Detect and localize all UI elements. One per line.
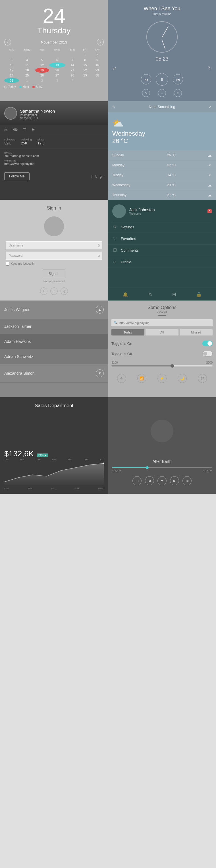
username-input[interactable]: [6, 241, 102, 249]
music2-next-button[interactable]: ⏭: [182, 476, 191, 485]
table-cell[interactable]: [4, 52, 19, 57]
music2-play-button[interactable]: ▶: [170, 476, 179, 485]
options-viewall[interactable]: View All: [112, 310, 212, 314]
grid-icon[interactable]: ⊞: [172, 292, 176, 297]
cal-prev-button[interactable]: ‹: [4, 39, 11, 45]
cal-next-button[interactable]: ›: [97, 39, 104, 45]
bell-icon[interactable]: 🔔: [123, 292, 128, 297]
follow-button[interactable]: Follow Me: [4, 172, 30, 180]
table-cell[interactable]: 11: [19, 63, 35, 68]
music-heart-icon[interactable]: ♡: [158, 89, 166, 97]
table-cell[interactable]: 5: [35, 57, 49, 63]
table-cell[interactable]: 27: [49, 73, 65, 78]
list-down-button[interactable]: ▼: [96, 369, 104, 377]
table-cell[interactable]: 16: [91, 63, 104, 68]
prev-button[interactable]: ⏮: [141, 74, 151, 85]
table-cell[interactable]: 17: [4, 68, 19, 73]
list-item-0[interactable]: Jesus Wagner ▲: [0, 301, 108, 319]
wifi-icon-button[interactable]: 📶: [137, 374, 146, 383]
messages-icon[interactable]: ❐: [23, 128, 26, 132]
table-cell[interactable]: 7: [65, 57, 80, 63]
options-search-input[interactable]: [119, 321, 210, 325]
gplus-signin-button[interactable]: g: [61, 287, 68, 295]
music2-track-bar[interactable]: [112, 467, 212, 468]
airplane-icon-button[interactable]: ✈: [117, 374, 126, 383]
table-cell[interactable]: 12: [35, 63, 49, 68]
table-cell[interactable]: 20: [49, 68, 65, 73]
table-cell[interactable]: 26: [35, 73, 49, 78]
next-button[interactable]: ⏭: [173, 74, 183, 85]
facebook-icon[interactable]: f: [91, 174, 92, 179]
list-item-1[interactable]: Jackson Turner: [0, 319, 108, 334]
flag-icon[interactable]: ⚑: [32, 128, 35, 132]
table-cell[interactable]: 4: [65, 78, 80, 83]
toggle-on-switch[interactable]: [203, 341, 213, 346]
table-cell[interactable]: 1: [19, 78, 35, 83]
music2-back-button[interactable]: ◀: [145, 476, 154, 485]
tab-all[interactable]: All: [146, 329, 179, 336]
shuffle-icon[interactable]: ⇄: [112, 65, 116, 71]
signin-button[interactable]: Sign In: [43, 270, 65, 278]
table-cell[interactable]: 13: [49, 63, 65, 68]
table-cell[interactable]: 31: [4, 78, 19, 83]
tab-today[interactable]: Today: [112, 329, 144, 336]
music-share-icon[interactable]: ≡: [174, 89, 182, 97]
notification-badge[interactable]: 5: [208, 209, 212, 213]
list-item-3[interactable]: Adrian Schwartz: [0, 349, 108, 364]
table-cell[interactable]: [65, 52, 80, 57]
moon-icon-button[interactable]: 🌙: [178, 374, 187, 383]
list-item-2[interactable]: Adam Hawkins: [0, 334, 108, 349]
table-cell[interactable]: [19, 52, 35, 57]
facebook-signin-button[interactable]: f: [40, 287, 48, 295]
table-cell[interactable]: 22: [80, 68, 91, 73]
forgot-link[interactable]: Forgot password: [43, 280, 64, 283]
table-cell[interactable]: 28: [65, 73, 80, 78]
music2-heart-button[interactable]: ❤: [157, 476, 166, 485]
table-cell[interactable]: 10: [4, 63, 19, 68]
remember-checkbox[interactable]: [6, 262, 9, 266]
table-cell[interactable]: 29: [80, 73, 91, 78]
tab-missed[interactable]: Missed: [180, 329, 213, 336]
table-cell[interactable]: 24: [4, 73, 19, 78]
table-cell[interactable]: 6: [49, 57, 65, 63]
table-cell[interactable]: 14: [65, 63, 80, 68]
edit-icon[interactable]: ✎: [148, 292, 152, 297]
twitter-signin-button[interactable]: t: [50, 287, 58, 295]
appmenu-item-comments[interactable]: ❐ Comments: [108, 245, 216, 256]
appmenu-item-settings[interactable]: ⚙ Settings: [108, 221, 216, 233]
music2-prev-button[interactable]: ⏮: [132, 476, 142, 485]
bluetooth-icon-button[interactable]: ⚡: [157, 374, 166, 383]
toggle-off-switch[interactable]: [203, 351, 213, 356]
table-cell[interactable]: [49, 52, 65, 57]
table-cell[interactable]: 25: [19, 73, 35, 78]
appmenu-item-favorites[interactable]: ♡ Favorites: [108, 233, 216, 245]
repeat-icon[interactable]: ↻: [208, 65, 212, 71]
appmenu-item-profile[interactable]: ⊙ Profile: [108, 256, 216, 268]
table-cell[interactable]: 18: [19, 68, 35, 73]
table-cell[interactable]: 19: [35, 68, 49, 73]
lock-icon[interactable]: 🔒: [196, 292, 202, 297]
slider-thumb[interactable]: [171, 364, 174, 368]
table-cell[interactable]: 15: [80, 63, 91, 68]
password-input[interactable]: [6, 252, 102, 259]
list-up-button[interactable]: ▲: [96, 306, 104, 314]
table-cell[interactable]: 4: [19, 57, 35, 63]
table-cell[interactable]: 3: [4, 57, 19, 63]
close-icon[interactable]: ✕: [209, 105, 212, 109]
gplus-icon[interactable]: g⁺: [100, 174, 104, 179]
table-cell[interactable]: [35, 52, 49, 57]
table-cell[interactable]: 1: [80, 52, 91, 57]
table-cell[interactable]: 9: [91, 57, 104, 63]
table-cell[interactable]: 8: [80, 57, 91, 63]
table-cell[interactable]: 2: [35, 78, 49, 83]
table-cell[interactable]: 3: [49, 78, 65, 83]
slider-track[interactable]: [112, 365, 213, 367]
list-item-4[interactable]: Alexandra Simon ▼: [0, 364, 108, 383]
at-icon-button[interactable]: @: [198, 374, 207, 383]
table-cell[interactable]: 2: [91, 52, 104, 57]
pause-button[interactable]: ⏸: [156, 73, 168, 86]
music2-track-thumb[interactable]: [146, 466, 149, 469]
table-cell[interactable]: 21: [65, 68, 80, 73]
phone-icon[interactable]: ☎: [13, 128, 18, 132]
email-icon[interactable]: ✉: [4, 128, 8, 132]
